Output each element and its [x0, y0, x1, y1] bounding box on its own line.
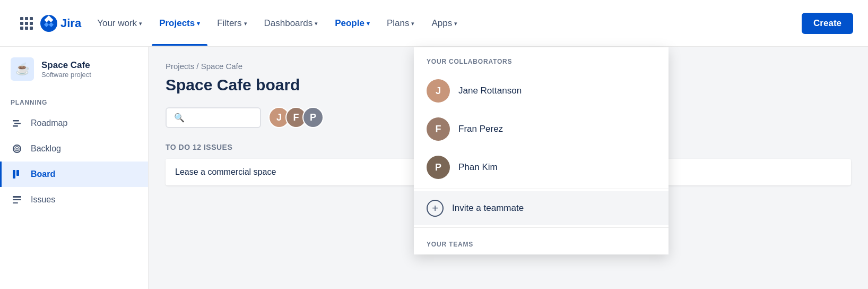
avatar-group: J F P	[268, 107, 324, 128]
nav-your-work[interactable]: Your work ▾	[90, 14, 150, 33]
nav-projects[interactable]: Projects ▾	[152, 14, 207, 33]
svg-rect-2	[13, 125, 18, 127]
plus-icon: +	[427, 200, 444, 217]
nav-filters[interactable]: Filters ▾	[210, 14, 254, 33]
avatar: P	[302, 107, 324, 128]
roadmap-icon	[11, 117, 23, 130]
avatar: F	[427, 117, 450, 141]
backlog-icon	[11, 142, 23, 155]
breadcrumb-projects[interactable]: Projects	[166, 62, 194, 71]
chevron-down-icon: ▾	[244, 20, 247, 27]
breadcrumb-current: Space Cafe	[201, 62, 242, 71]
project-header: ☕ Space Cafe Software project	[0, 57, 148, 91]
collaborator-name: Fran Perez	[458, 124, 503, 134]
nav-apps[interactable]: Apps ▾	[424, 14, 465, 33]
nav-people[interactable]: People ▾	[327, 14, 377, 33]
svg-rect-10	[13, 199, 21, 200]
project-icon: ☕	[11, 57, 34, 81]
svg-rect-9	[13, 196, 21, 198]
nav-plans[interactable]: Plans ▾	[379, 14, 422, 33]
chevron-down-icon: ▾	[454, 20, 457, 27]
sidebar-item-backlog[interactable]: Backlog	[0, 136, 148, 162]
invite-teammate-button[interactable]: + Invite a teammate	[414, 191, 669, 225]
planning-label: PLANNING	[0, 91, 148, 110]
svg-rect-1	[14, 123, 21, 124]
chevron-down-icon: ▾	[197, 20, 200, 27]
sidebar-item-board[interactable]: Board	[0, 162, 148, 187]
sidebar-item-issues[interactable]: Issues	[0, 187, 148, 212]
teams-label: YOUR TEAMS	[414, 230, 669, 254]
collaborator-phan[interactable]: P Phan Kim	[414, 148, 669, 186]
sidebar-item-roadmap[interactable]: Roadmap	[0, 110, 148, 136]
grid-icon	[20, 17, 33, 30]
create-button[interactable]: Create	[802, 13, 853, 34]
collaborator-name: Jane Rottanson	[458, 86, 522, 96]
app-grid-button[interactable]	[15, 12, 38, 35]
jira-logo[interactable]: Jira	[40, 15, 81, 32]
navbar: Jira Your work ▾ Projects ▾ Filters ▾ Da…	[0, 0, 868, 47]
collaborator-jane[interactable]: J Jane Rottanson	[414, 72, 669, 110]
chevron-down-icon: ▾	[411, 20, 414, 27]
svg-point-5	[16, 148, 18, 150]
project-type: Software project	[41, 71, 91, 79]
avatar: J	[427, 79, 450, 103]
svg-rect-0	[13, 120, 19, 122]
divider	[414, 189, 669, 189]
invite-label: Invite a teammate	[452, 203, 524, 214]
svg-rect-11	[13, 202, 18, 203]
people-dropdown: YOUR COLLABORATORS J Jane Rottanson F Fr…	[414, 47, 669, 254]
search-box[interactable]: 🔍	[166, 107, 261, 128]
collaborators-label: YOUR COLLABORATORS	[414, 47, 669, 72]
board-icon	[11, 168, 23, 181]
project-info: Space Cafe Software project	[41, 60, 91, 79]
chevron-down-icon: ▾	[315, 20, 318, 27]
chevron-down-icon: ▾	[139, 20, 142, 27]
svg-rect-6	[13, 170, 15, 178]
avatar: P	[427, 156, 450, 179]
issues-icon	[11, 193, 23, 206]
search-icon: 🔍	[174, 113, 185, 123]
jira-logo-icon	[40, 15, 57, 32]
logo-text: Jira	[60, 16, 81, 30]
svg-rect-7	[16, 170, 19, 176]
nav-dashboards[interactable]: Dashboards ▾	[257, 14, 326, 33]
collaborator-name: Phan Kim	[458, 162, 498, 173]
divider	[414, 227, 669, 228]
collaborator-fran[interactable]: F Fran Perez	[414, 110, 669, 148]
chevron-down-icon: ▾	[367, 20, 370, 27]
sidebar: ☕ Space Cafe Software project PLANNING R…	[0, 47, 149, 289]
project-name: Space Cafe	[41, 60, 91, 71]
